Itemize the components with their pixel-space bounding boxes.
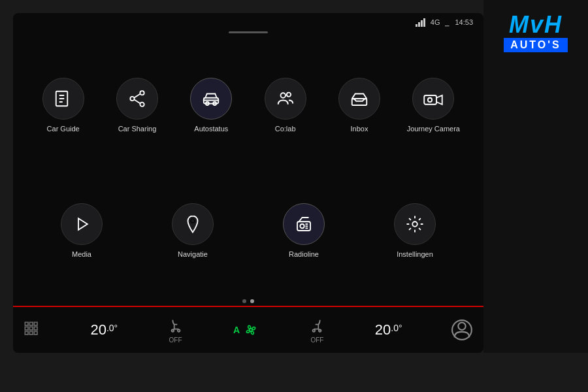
logo-mvh: MvH <box>509 13 563 37</box>
people-icon <box>276 89 295 108</box>
svg-rect-26 <box>25 322 28 325</box>
svg-point-40 <box>458 323 465 330</box>
journey-camera-label: Journey Camera <box>407 125 460 133</box>
fan-control[interactable]: A <box>233 321 259 338</box>
clock: 14:53 <box>455 18 473 26</box>
app-grid: Car Guide Car Sharing <box>13 36 483 297</box>
app-instellingen[interactable]: Instellingen <box>382 203 448 258</box>
app-media[interactable]: Media <box>49 203 114 258</box>
app-inbox[interactable]: Inbox <box>327 78 392 133</box>
page-dot-2[interactable] <box>250 299 254 303</box>
svg-rect-31 <box>34 327 37 330</box>
top-indicator <box>229 31 268 33</box>
play-icon <box>72 214 91 234</box>
app-row-2: Media Navigatie <box>26 168 470 293</box>
grid-icon <box>24 321 42 339</box>
svg-point-35 <box>177 329 180 332</box>
journey-camera-icon-wrap <box>412 78 454 120</box>
left-temp-value: 20 <box>90 321 106 338</box>
radioline-label: Radioline <box>289 250 319 258</box>
svg-point-13 <box>280 93 286 98</box>
svg-point-36 <box>171 329 174 332</box>
inbox-label: Inbox <box>351 125 368 133</box>
fan-mode-label: A <box>233 325 240 335</box>
book-icon <box>54 89 73 108</box>
app-autostatus[interactable]: Autostatus <box>178 78 244 133</box>
user-profile[interactable] <box>451 319 473 341</box>
car-guide-icon-wrap <box>42 78 84 120</box>
car-guide-label: Car Guide <box>47 125 80 133</box>
svg-rect-32 <box>25 331 28 335</box>
app-car-sharing[interactable]: Car Sharing <box>105 78 170 133</box>
right-temp-display: 20.0° <box>375 321 402 338</box>
radio-icon <box>294 214 314 234</box>
page-dots <box>13 297 483 306</box>
status-bar: 4G ⎯ 14:53 <box>13 13 483 31</box>
left-temp-display: 20.0° <box>90 321 118 338</box>
svg-point-6 <box>140 103 144 106</box>
right-seat-status: OFF <box>310 336 323 344</box>
svg-line-8 <box>134 100 140 104</box>
svg-rect-30 <box>29 327 33 330</box>
seat-icon-left <box>167 317 185 335</box>
inbox-icon-wrap <box>338 78 380 120</box>
camera-icon <box>423 89 443 108</box>
app-colab[interactable]: Co:lab <box>253 78 318 133</box>
signal-icon <box>416 18 425 27</box>
autostatus-icon-wrap <box>190 78 232 120</box>
svg-marker-18 <box>78 218 88 230</box>
svg-rect-29 <box>25 327 28 330</box>
svg-point-14 <box>287 93 291 97</box>
svg-point-17 <box>428 98 432 102</box>
media-icon-wrap <box>61 203 103 245</box>
car-icon <box>201 89 221 108</box>
colab-icon-wrap <box>265 78 306 120</box>
media-label: Media <box>72 250 91 258</box>
app-navigatie[interactable]: Navigatie <box>160 203 225 258</box>
svg-point-25 <box>412 221 417 227</box>
left-temp[interactable]: 20.0° <box>90 321 118 338</box>
svg-rect-27 <box>29 322 33 325</box>
page-dot-1[interactable] <box>242 299 246 303</box>
fan-icon <box>242 321 259 338</box>
user-icon <box>451 319 473 341</box>
navigatie-label: Navigatie <box>178 250 208 258</box>
logo-area: MvH AUTO'S <box>483 0 588 65</box>
app-row-1: Car Guide Car Sharing <box>26 42 470 168</box>
car-sharing-label: Car Sharing <box>118 125 157 133</box>
climate-bar: 20.0° OFF A <box>13 307 483 353</box>
network-status: 4G <box>431 18 440 26</box>
left-temp-unit: .0° <box>106 323 118 333</box>
share-icon <box>127 89 147 108</box>
instellingen-label: Instellingen <box>397 250 433 258</box>
menu-button[interactable] <box>24 321 42 339</box>
left-seat[interactable]: OFF <box>167 317 185 344</box>
svg-point-4 <box>140 91 144 95</box>
svg-point-39 <box>319 329 321 332</box>
svg-point-21 <box>300 224 304 228</box>
navigatie-icon-wrap <box>172 203 214 245</box>
svg-rect-34 <box>34 331 37 335</box>
svg-point-19 <box>191 219 195 223</box>
right-temp-value: 20 <box>375 321 391 338</box>
left-seat-status: OFF <box>169 336 182 344</box>
car-sharing-icon-wrap <box>116 78 158 120</box>
colab-label: Co:lab <box>275 125 296 133</box>
radioline-icon-wrap <box>283 203 325 245</box>
bluetooth-icon: ⎯ <box>445 18 449 26</box>
inbox-icon <box>350 89 369 108</box>
svg-point-5 <box>130 97 134 101</box>
instellingen-icon-wrap <box>394 203 436 245</box>
settings-icon <box>405 214 425 234</box>
svg-line-7 <box>134 94 140 98</box>
app-radioline[interactable]: Radioline <box>271 203 336 258</box>
svg-rect-16 <box>425 95 437 105</box>
svg-rect-33 <box>29 331 33 335</box>
svg-rect-28 <box>34 322 37 325</box>
app-car-guide[interactable]: Car Guide <box>31 78 96 133</box>
right-seat[interactable]: OFF <box>308 317 326 344</box>
app-journey-camera[interactable]: Journey Camera <box>400 78 466 133</box>
right-temp[interactable]: 20.0° <box>375 321 402 338</box>
svg-point-38 <box>313 329 316 332</box>
main-screen: 4G ⎯ 14:53 Car Guide <box>13 13 483 353</box>
